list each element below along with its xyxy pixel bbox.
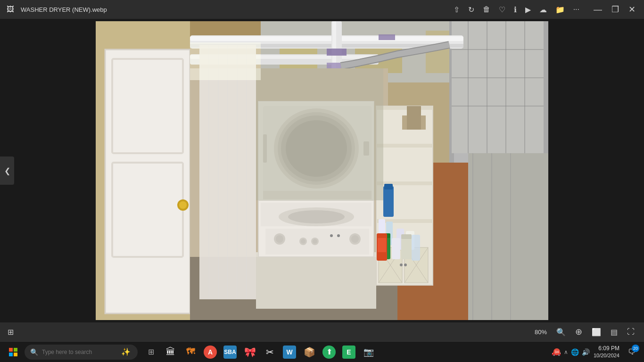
svg-rect-30	[190, 36, 463, 41]
minimize-button[interactable]: —	[591, 5, 605, 15]
folder-icon[interactable]: 📁	[555, 5, 565, 14]
svg-rect-111	[190, 42, 261, 80]
svg-rect-38	[379, 34, 395, 40]
svg-point-60	[404, 263, 407, 266]
app-airbnb[interactable]: A	[201, 343, 220, 362]
taskbar-apps: ⊞ 🏛 🗺 A SBA 🎀 ✂ W 📦 ⬆ E	[141, 343, 378, 362]
start-button[interactable]	[4, 343, 23, 362]
maximize-button[interactable]: ❐	[609, 4, 622, 15]
slideshow-icon[interactable]: ▶	[525, 5, 531, 14]
svg-rect-106	[378, 238, 386, 252]
search-input[interactable]	[42, 349, 117, 355]
svg-point-77	[288, 210, 345, 223]
rotate-icon[interactable]: ↻	[468, 5, 474, 14]
onedrive-icon[interactable]: ☁	[539, 5, 547, 14]
svg-point-80	[276, 235, 283, 243]
upload-icon: ⬆	[322, 346, 336, 359]
titlebar: 🖼 WASHER DRYER (NEW).webp ⇧ ↻ 🗑 ♡ ℹ ▶ ☁ …	[0, 0, 644, 19]
delete-icon[interactable]: 🗑	[483, 5, 490, 14]
tray-badge: 34	[553, 348, 560, 355]
windows-logo-icon	[9, 348, 17, 356]
nav-left-button[interactable]: ❮	[0, 156, 14, 185]
zoom-level-label: 80%	[535, 329, 547, 336]
tray-speaker-icon[interactable]: 🔊	[582, 348, 590, 356]
close-button[interactable]: ✕	[626, 4, 638, 15]
sba-icon: SBA	[223, 346, 237, 359]
app-sba[interactable]: SBA	[221, 343, 239, 362]
app-we[interactable]: 🗺	[181, 343, 200, 362]
search-icon: 🔍	[30, 348, 38, 356]
favorite-icon[interactable]: ♡	[499, 5, 505, 14]
wa-icon: E	[342, 346, 355, 359]
ribbon-icon: 🎀	[244, 346, 256, 358]
app-museum[interactable]: 🏛	[161, 343, 180, 362]
app-upload[interactable]: ⬆	[320, 343, 339, 362]
search-box[interactable]: 🔍 ✨	[25, 345, 138, 360]
camera-icon: 📷	[363, 347, 374, 357]
app-icon: 🖼	[6, 5, 15, 14]
svg-point-87	[330, 234, 333, 237]
left-arrow-icon: ❮	[4, 166, 10, 175]
museum-icon: 🏛	[166, 346, 175, 357]
tray-alert-icon[interactable]: 🚗 34	[552, 347, 561, 356]
svg-point-7	[179, 201, 187, 209]
notification-badge: 20	[632, 345, 639, 352]
tray-up-arrow-icon[interactable]: ∧	[564, 349, 568, 355]
titlebar-toolbar: ⇧ ↻ 🗑 ♡ ℹ ▶ ☁ 📁 ···	[454, 5, 579, 14]
task-view-button[interactable]: ⊞	[141, 343, 160, 362]
tray-network-icon[interactable]: 🌐	[571, 348, 579, 356]
svg-rect-109	[407, 106, 421, 130]
app-box[interactable]: 📦	[300, 343, 319, 362]
bottom-toolbar: ⊞ 80% 🔍 ⊕ ⬜ ▤ ⛶	[0, 322, 644, 341]
svg-rect-25	[468, 153, 548, 320]
window-controls: — ❐ ✕	[591, 4, 638, 15]
fit-button[interactable]: ▤	[609, 328, 619, 337]
system-clock[interactable]: 6:09 PM 10/20/2024	[594, 345, 619, 359]
app-scissors[interactable]: ✂	[260, 343, 279, 362]
word-icon: W	[283, 346, 296, 359]
svg-rect-110	[256, 68, 383, 200]
photo-image	[96, 21, 548, 320]
svg-rect-115	[14, 353, 17, 356]
info-icon[interactable]: ℹ	[514, 5, 517, 14]
scissors-icon: ✂	[266, 346, 274, 358]
notification-button[interactable]: 🗨 20	[623, 344, 640, 361]
svg-rect-113	[14, 348, 17, 352]
we-icon: 🗺	[186, 347, 195, 357]
system-tray: 🚗 34 ∧ 🌐 🔊 6:09 PM 10/20/2024 🗨 20	[552, 344, 640, 361]
svg-rect-53	[376, 106, 433, 110]
app-ribbon[interactable]: 🎀	[240, 343, 259, 362]
task-view-icon: ⊞	[148, 347, 154, 356]
window-title: WASHER DRYER (NEW).webp	[21, 6, 448, 13]
svg-rect-65	[383, 186, 394, 217]
svg-rect-36	[327, 49, 347, 56]
svg-rect-54	[376, 144, 433, 148]
thumbnails-icon[interactable]: ⊞	[8, 328, 14, 337]
main-view: ❮	[0, 19, 644, 322]
more-icon[interactable]: ···	[573, 5, 579, 14]
svg-rect-107	[412, 235, 420, 261]
sparkle-icon: ✨	[121, 347, 131, 356]
airbnb-icon: A	[204, 346, 217, 359]
svg-rect-66	[384, 184, 393, 189]
svg-rect-112	[9, 348, 13, 352]
svg-point-86	[351, 235, 359, 243]
svg-rect-104	[401, 234, 412, 239]
app-wa[interactable]: E	[339, 343, 358, 362]
zoom-in-button[interactable]: ⊕	[573, 327, 584, 337]
zoom-out-button[interactable]: 🔍	[554, 328, 568, 337]
svg-rect-103	[401, 237, 412, 259]
svg-point-88	[337, 234, 340, 237]
app-camera[interactable]: 📷	[359, 343, 378, 362]
clock-time: 6:09 PM	[594, 345, 619, 353]
taskbar: 🔍 ✨ ⊞ 🏛 🗺 A SBA 🎀 ✂ W 📦	[0, 341, 644, 362]
fullscreen-button[interactable]: ⛶	[625, 328, 636, 336]
actual-size-button[interactable]: ⬜	[590, 328, 603, 337]
share-icon[interactable]: ⇧	[454, 5, 460, 14]
photo-container	[96, 21, 548, 320]
svg-rect-114	[9, 353, 13, 356]
app-word[interactable]: W	[280, 343, 299, 362]
svg-rect-102	[392, 238, 400, 259]
box-icon: 📦	[304, 346, 315, 358]
svg-point-59	[400, 263, 403, 266]
